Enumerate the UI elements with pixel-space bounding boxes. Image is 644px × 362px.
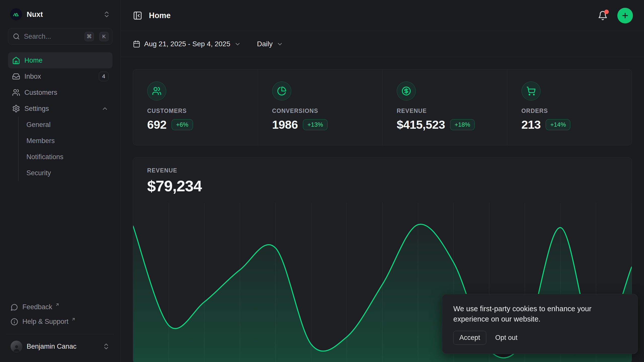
stat-orders: ORDERS 213 +14% <box>507 69 632 145</box>
user-menu[interactable]: Benjamin Canac <box>8 337 112 355</box>
sidebar-divider <box>6 334 114 335</box>
cookie-message: We use first-party cookies to enhance yo… <box>453 304 626 324</box>
chevrons-up-down-icon <box>102 343 110 350</box>
dollar-circle-icon <box>397 81 416 101</box>
sidebar-item-notifications[interactable]: Notifications <box>19 149 112 165</box>
granularity-select[interactable]: Daily <box>257 40 283 48</box>
granularity-label: Daily <box>257 40 273 48</box>
sidebar-nav: Home Inbox 4 Customers Settings General … <box>8 52 112 181</box>
collapse-sidebar-button[interactable] <box>133 11 142 20</box>
pie-chart-icon <box>272 81 291 101</box>
inbox-icon <box>12 72 20 80</box>
sidebar-item-home[interactable]: Home <box>8 52 112 68</box>
sidebar-item-label: Home <box>24 57 43 64</box>
home-icon <box>12 56 20 64</box>
stats-summary-card: CUSTOMERS 692 +6% CONVERSIONS 1986 +13% <box>133 69 632 145</box>
kbd-meta: ⌘ <box>85 32 94 41</box>
notifications-button[interactable] <box>598 11 608 21</box>
user-name: Benjamin Canac <box>27 343 76 350</box>
stat-value: $415,523 <box>397 118 445 131</box>
footer-item-label: Feedback <box>22 303 52 311</box>
brand-name: Nuxt <box>27 10 43 19</box>
sidebar-item-label: Settings <box>24 105 49 113</box>
stat-label: CONVERSIONS <box>272 108 383 114</box>
sub-item-label: Notifications <box>26 153 63 161</box>
search-input-wrapper[interactable]: ⌘ K <box>8 28 112 45</box>
plus-icon <box>621 12 629 20</box>
calendar-icon <box>133 40 140 48</box>
stat-delta-badge: +14% <box>546 119 570 130</box>
kbd-k: K <box>99 32 109 41</box>
stat-delta-badge: +13% <box>303 119 328 130</box>
search-input[interactable] <box>24 33 80 40</box>
sub-item-label: General <box>26 121 51 129</box>
footer-item-label: Help & Support <box>22 318 68 326</box>
stat-customers: CUSTOMERS 692 +6% <box>133 69 258 145</box>
sub-item-label: Members <box>26 137 55 145</box>
revenue-chart-value: $79,234 <box>147 177 632 195</box>
users-icon <box>12 88 20 97</box>
sidebar-item-customers[interactable]: Customers <box>8 84 112 101</box>
date-range-picker[interactable]: Aug 21, 2025 - Sep 4, 2025 <box>133 40 241 48</box>
sub-item-label: Security <box>26 169 51 177</box>
settings-subtree: General Members Notifications Security <box>18 117 112 181</box>
sidebar-item-label: Customers <box>24 89 57 97</box>
nuxt-logo-icon <box>10 8 22 20</box>
revenue-chart-header: REVENUE $79,234 <box>133 158 632 195</box>
stat-value: 1986 <box>272 118 298 131</box>
sidebar: Nuxt ⌘ K Home Inbox 4 Customers <box>0 0 121 362</box>
shopping-cart-icon <box>521 81 541 101</box>
stat-label: CUSTOMERS <box>147 108 258 114</box>
stat-label: ORDERS <box>521 108 632 114</box>
stat-value: 213 <box>521 118 541 131</box>
cookie-accept-button[interactable]: Accept <box>453 331 486 345</box>
header-actions <box>598 8 633 23</box>
info-circle-icon <box>11 318 18 326</box>
sidebar-item-members[interactable]: Members <box>19 133 112 149</box>
sidebar-item-general[interactable]: General <box>19 117 112 133</box>
revenue-chart-label: REVENUE <box>147 167 632 174</box>
stat-delta-badge: +18% <box>450 119 475 130</box>
stat-delta-badge: +6% <box>172 119 193 130</box>
stat-value: 692 <box>147 118 167 131</box>
avatar <box>11 341 22 352</box>
filter-toolbar: Aug 21, 2025 - Sep 4, 2025 Daily <box>121 31 644 57</box>
sidebar-item-feedback[interactable]: Feedback <box>8 300 112 314</box>
sidebar-spacer <box>8 181 112 300</box>
inbox-count-badge: 4 <box>99 72 108 81</box>
chevrons-up-down-icon <box>103 11 110 18</box>
page-header: Home <box>121 0 644 31</box>
stat-label: REVENUE <box>397 108 507 114</box>
chevron-up-icon <box>101 105 108 112</box>
cookie-banner: We use first-party cookies to enhance yo… <box>442 294 638 354</box>
sidebar-item-label: Inbox <box>24 73 41 80</box>
message-bubble-icon <box>11 303 18 311</box>
sidebar-item-inbox[interactable]: Inbox 4 <box>8 68 112 84</box>
add-button[interactable] <box>617 8 633 23</box>
sidebar-item-help-support[interactable]: Help & Support <box>8 314 112 329</box>
external-link-icon <box>71 317 76 322</box>
workspace-switcher[interactable]: Nuxt <box>8 6 112 23</box>
users-icon <box>147 81 166 101</box>
stat-revenue: REVENUE $415,523 +18% <box>382 69 507 145</box>
notification-dot <box>604 10 609 14</box>
search-icon <box>13 33 20 40</box>
stat-conversions: CONVERSIONS 1986 +13% <box>258 69 383 145</box>
sidebar-item-settings[interactable]: Settings <box>8 101 112 117</box>
panel-left-close-icon <box>133 11 142 20</box>
chevron-down-icon <box>276 41 283 48</box>
date-range-label: Aug 21, 2025 - Sep 4, 2025 <box>144 40 230 48</box>
chevron-down-icon <box>234 41 241 48</box>
cookie-optout-button[interactable]: Opt out <box>495 334 518 342</box>
cookie-actions: Accept Opt out <box>453 331 626 345</box>
page-title: Home <box>149 11 171 20</box>
gear-icon <box>12 105 20 113</box>
external-link-icon <box>55 302 60 307</box>
sidebar-item-security[interactable]: Security <box>19 165 112 181</box>
